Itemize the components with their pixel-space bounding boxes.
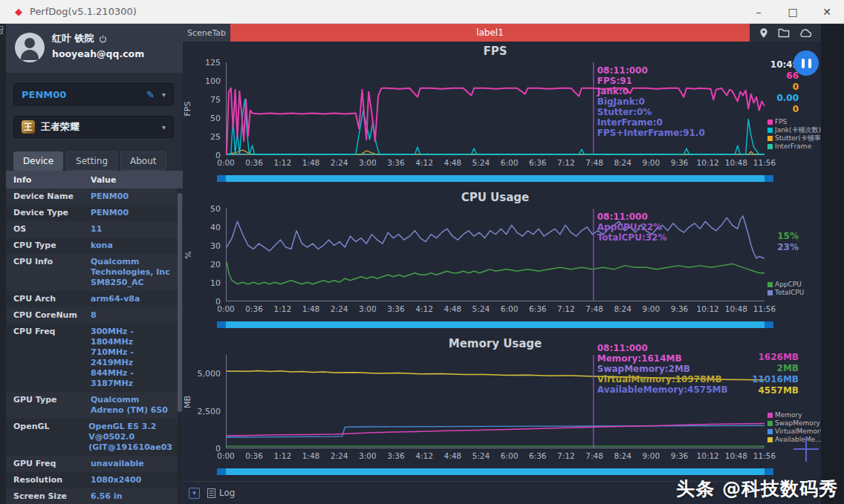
table-body: Device NamePENM00Device TypePENM00OS11CP… (6, 189, 183, 504)
plot-area[interactable]: 08:11:000AppCPU:22%TotalCPU:32% (226, 209, 765, 301)
user-name-text: 红叶 铁院 (52, 32, 94, 45)
pause-button[interactable] (793, 50, 819, 76)
plot-area[interactable]: 08:11:000FPS:91Jank:0BigJank:0Stutter:0%… (226, 62, 765, 155)
x-tick-label: 0:36 (245, 451, 263, 460)
x-tick-label: 11:56 (753, 451, 776, 460)
legend-item[interactable]: Stutter(卡顿率) (767, 134, 821, 143)
x-tick-label: 9:00 (643, 451, 660, 460)
power-icon[interactable] (99, 35, 107, 43)
scrollbar-right-grip[interactable] (765, 321, 773, 328)
info-label: Device Name (6, 189, 91, 205)
x-tick-label: 7:48 (585, 304, 603, 313)
marker-pin-icon[interactable] (759, 27, 769, 39)
x-tick-label: 1:48 (302, 451, 320, 460)
y-tick-label: 5,000 (198, 369, 221, 379)
y-tick-label: 20 (210, 260, 221, 269)
tab-about[interactable]: About (120, 151, 166, 171)
y-tick-label: 50 (210, 114, 221, 123)
x-tick-label: 7:48 (585, 451, 603, 460)
chevron-down-icon[interactable]: ▾ (162, 123, 166, 131)
table-row: CPU Archarm64-v8a (6, 291, 183, 307)
current-value: 0 (770, 82, 799, 93)
avatar[interactable] (15, 33, 45, 62)
scrollbar-left-grip[interactable] (217, 321, 226, 328)
x-axis: 0:000:361:121:482:243:003:364:124:485:24… (226, 451, 765, 462)
info-label: CPU Type (6, 238, 91, 254)
log-toggle[interactable]: Log (207, 488, 235, 498)
user-name: 红叶 铁院 (52, 32, 107, 45)
close-button[interactable]: ✕ (810, 0, 844, 23)
scene-tab[interactable]: SceneTab (183, 24, 230, 42)
current-value: 15% (777, 231, 799, 242)
table-row: Screen Size6.56 in (6, 488, 183, 504)
device-select[interactable]: PENM00 ✎ ▾ (13, 83, 174, 105)
user-email: hooyeah@qq.com (52, 48, 144, 59)
chart-title: Memory Usage (226, 337, 765, 350)
collapse-log-button[interactable]: ▾ (189, 488, 200, 499)
plot-area[interactable]: 08:11:000Memory:1614MBSwapMemory:2MBVirt… (226, 355, 765, 448)
legend-item[interactable]: Jank(卡顿次数) (767, 126, 821, 134)
x-tick-label: 10:48 (725, 451, 747, 460)
crosshair-plus-icon[interactable] (792, 435, 820, 463)
watermark: 头条 @科技数码秀 (676, 477, 838, 501)
app-select[interactable]: 王 王者荣耀 ▾ (13, 116, 174, 138)
series-Jank (227, 99, 765, 154)
sidebar-tabs: Device Setting About (13, 151, 166, 171)
folder-icon[interactable] (778, 28, 790, 38)
x-tick-label: 3:36 (387, 158, 405, 167)
x-tick-label: 7:12 (557, 451, 575, 460)
game-app-icon: 王 (22, 120, 35, 134)
chart-scrollbar[interactable] (217, 175, 773, 182)
log-file-icon (207, 488, 215, 498)
device-select-value: PENM00 (22, 89, 146, 100)
legend-item[interactable]: AppCPU (767, 281, 804, 289)
table-scrollbar-thumb[interactable] (178, 193, 182, 412)
y-tick-label: 25 (210, 132, 221, 142)
x-tick-label: 4:48 (444, 451, 461, 460)
x-tick-label: 7:12 (557, 304, 575, 313)
tab-device[interactable]: Device (13, 151, 63, 171)
y-tick-label: 30 (210, 241, 221, 251)
info-value: 8 (91, 307, 183, 324)
info-label: CPU Freq (6, 324, 91, 392)
info-value: 11 (91, 221, 183, 238)
legend-item[interactable]: FPS (767, 118, 821, 126)
tab-setting[interactable]: Setting (66, 151, 117, 171)
scrollbar-right-grip[interactable] (765, 468, 773, 475)
table-row: OpenGLOpenGL ES 3.2 V@0502.0 (GIT@191610… (6, 419, 183, 456)
info-value: PENM00 (91, 205, 183, 221)
series-AppCPU (227, 262, 765, 284)
table-header: Info Value (6, 171, 183, 189)
scrollbar-left-grip[interactable] (217, 468, 226, 475)
x-tick-label: 9:36 (671, 451, 689, 460)
x-tick-label: 5:24 (473, 304, 490, 313)
legend-item[interactable]: SwapMemory (767, 419, 821, 428)
legend-item[interactable]: TotalCPU (767, 289, 804, 297)
maximize-button[interactable]: □ (776, 0, 810, 23)
legend-label: TotalCPU (775, 289, 804, 297)
chevron-down-icon[interactable]: ▾ (162, 91, 166, 99)
info-label: CPU Arch (6, 291, 91, 307)
table-row: GPU Frequnavailable (6, 456, 183, 472)
x-axis: 0:000:361:121:482:243:003:364:124:485:24… (226, 304, 765, 315)
chart-scrollbar[interactable] (217, 321, 773, 328)
legend-item[interactable]: Memory (767, 411, 821, 419)
minimize-button[interactable]: – (741, 0, 776, 23)
x-tick-label: 3:00 (359, 451, 377, 460)
x-tick-label: 3:00 (359, 304, 377, 313)
edit-pen-icon[interactable]: ✎ (146, 89, 155, 100)
scrollbar-left-grip[interactable] (217, 175, 226, 182)
chart-ylabel: MB (183, 355, 193, 448)
x-tick-label: 11:56 (753, 304, 776, 313)
x-tick-label: 2:24 (331, 158, 348, 167)
chart-side-panel: 15%23% AppCPUTotalCPU (765, 206, 821, 301)
x-tick-label: 10:48 (725, 304, 747, 313)
chart-scrollbar[interactable] (217, 468, 773, 475)
label-bar[interactable]: label1 (230, 24, 750, 42)
scrollbar-right-grip[interactable] (765, 175, 773, 182)
x-tick-label: 9:00 (643, 158, 660, 167)
legend-item[interactable]: InterFrame (767, 143, 821, 151)
table-scrollbar[interactable] (178, 189, 182, 504)
chart-ylabel: FPS (183, 62, 193, 155)
cloud-icon[interactable] (799, 28, 812, 38)
